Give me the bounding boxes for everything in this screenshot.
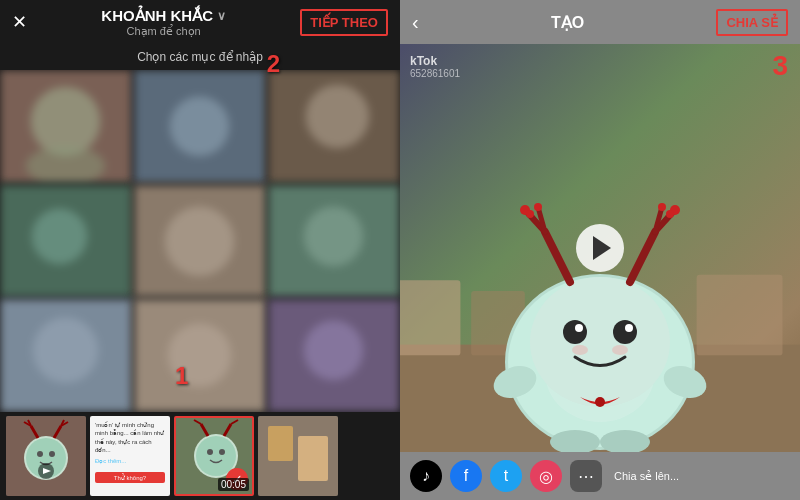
grid-cell-3[interactable] — [268, 70, 400, 183]
twitter-share-icon[interactable]: t — [490, 460, 522, 492]
badge-1: 1 — [175, 362, 188, 390]
share-bar: ♪ f t ◎ ⋯ Chia sẻ lên... — [400, 452, 800, 500]
thumbnail-row: 'muốn' tự mình chứng minh bằng... cần là… — [0, 412, 400, 500]
play-button[interactable] — [576, 224, 624, 272]
more-share-icon[interactable]: ⋯ — [570, 460, 602, 492]
title-group: KHOẢNH KHẮC ∨ Chạm để chọn — [101, 7, 226, 38]
back-button[interactable]: ‹ — [412, 11, 419, 34]
svg-rect-43 — [298, 436, 328, 481]
watermark-app: kTok — [410, 54, 460, 68]
svg-point-68 — [526, 210, 534, 218]
svg-point-56 — [625, 324, 633, 332]
svg-point-4 — [170, 97, 230, 157]
video-preview[interactable]: kTok 652861601 — [400, 44, 800, 452]
tiep-theo-button[interactable]: TIẾP THEO — [300, 9, 388, 36]
svg-point-58 — [612, 345, 628, 355]
close-button[interactable]: ✕ — [12, 11, 27, 33]
svg-point-55 — [575, 324, 583, 332]
left-subtitle: Chạm để chọn — [127, 25, 201, 38]
svg-point-39 — [207, 449, 213, 455]
thumbnail-3-selected[interactable]: ✓ 00:05 — [174, 416, 254, 496]
chia-se-button[interactable]: CHIA SẺ — [716, 9, 788, 36]
left-title: KHOẢNH KHẮC ∨ — [101, 7, 226, 25]
thumbnail-4[interactable] — [258, 416, 338, 496]
svg-line-63 — [630, 232, 655, 282]
svg-point-6 — [306, 85, 370, 149]
grid-cell-2[interactable] — [134, 70, 266, 183]
watermark-id: 652861601 — [410, 68, 460, 79]
svg-point-29 — [49, 451, 55, 457]
grid-cell-5[interactable] — [134, 185, 266, 298]
svg-point-8 — [32, 208, 88, 264]
thumb-try[interactable]: Thử không? — [95, 472, 165, 483]
grid-cell-6[interactable] — [268, 185, 400, 298]
badge-2: 2 — [267, 50, 280, 78]
plushie-character — [480, 142, 720, 452]
svg-rect-46 — [400, 280, 460, 355]
svg-point-10 — [165, 206, 234, 275]
svg-point-53 — [563, 320, 587, 344]
svg-point-54 — [613, 320, 637, 344]
left-header: ✕ KHOẢNH KHẮC ∨ Chạm để chọn TIẾP THEO — [0, 0, 400, 44]
tiktok-share-icon[interactable]: ♪ — [410, 460, 442, 492]
grid-cell-1[interactable] — [0, 70, 132, 183]
thumb-read-more[interactable]: Đọc thêm... — [95, 457, 165, 464]
watermark: kTok 652861601 — [410, 54, 460, 79]
thumbnail-2[interactable]: 'muốn' tự mình chứng minh bằng... cần là… — [90, 416, 170, 496]
svg-point-69 — [534, 203, 542, 211]
play-icon — [593, 236, 611, 260]
right-header: ‹ TẠO CHIA SẺ — [400, 0, 800, 44]
instagram-share-icon[interactable]: ◎ — [530, 460, 562, 492]
grid-cell-4[interactable] — [0, 185, 132, 298]
svg-point-72 — [658, 203, 666, 211]
svg-point-57 — [572, 345, 588, 355]
right-title: TẠO — [551, 13, 584, 32]
svg-point-14 — [33, 318, 99, 384]
svg-point-1 — [31, 87, 100, 156]
grid-cell-7[interactable] — [0, 299, 132, 412]
right-panel: ‹ TẠO CHIA SẺ kTok 652861601 — [400, 0, 800, 500]
svg-line-59 — [545, 232, 570, 282]
grid-cell-8[interactable] — [134, 299, 266, 412]
svg-point-12 — [304, 206, 364, 266]
media-grid — [0, 70, 400, 412]
svg-point-18 — [304, 321, 364, 381]
svg-point-40 — [219, 449, 225, 455]
share-label: Chia sẻ lên... — [614, 470, 679, 483]
svg-point-52 — [530, 277, 670, 407]
svg-point-73 — [595, 397, 605, 407]
facebook-share-icon[interactable]: f — [450, 460, 482, 492]
select-items-text: Chọn các mục để nhập — [0, 44, 400, 70]
svg-point-28 — [37, 451, 43, 457]
thumbnail-1[interactable] — [6, 416, 86, 496]
left-panel: ✕ KHOẢNH KHẮC ∨ Chạm để chọn TIẾP THEO C… — [0, 0, 400, 500]
svg-rect-42 — [268, 426, 293, 461]
badge-3: 3 — [772, 50, 788, 82]
thumb-duration: 00:05 — [218, 478, 249, 491]
grid-cell-9[interactable] — [268, 299, 400, 412]
thumb-text: 'muốn' tự mình chứng minh bằng... cần là… — [95, 421, 165, 455]
svg-point-71 — [666, 210, 674, 218]
